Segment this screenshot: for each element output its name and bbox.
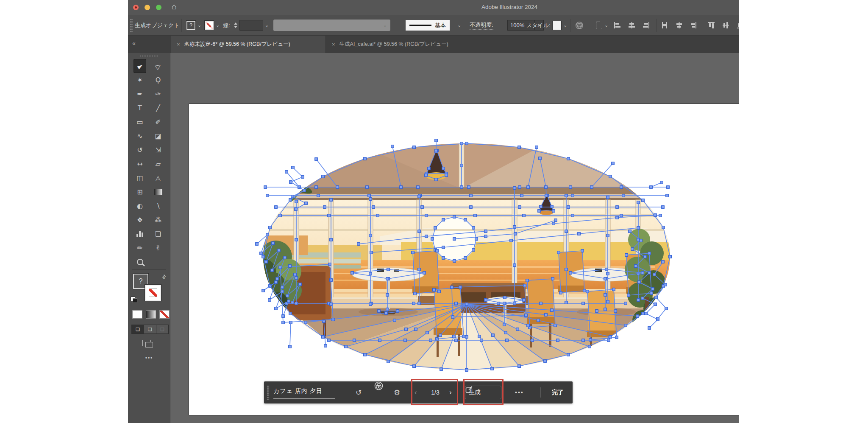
stroke-profile-chevron-icon[interactable]: ⌄ (457, 15, 461, 35)
fill-dropdown-chevron-icon[interactable]: ⌄ (198, 15, 201, 35)
contextual-task-bar[interactable]: カフェ 店内 夕日 ↺ ⚙ ‹ 1/3 › (264, 381, 573, 403)
tool-pen[interactable]: ✒ (134, 87, 146, 101)
tool-type[interactable]: T (134, 101, 146, 115)
tool-curvature[interactable]: ✑ (152, 87, 164, 101)
tool-paintbrush[interactable]: ✐ (152, 115, 164, 129)
prompt-input[interactable]: カフェ 店内 夕日 (273, 384, 335, 399)
align-middle-button[interactable] (722, 15, 729, 35)
tool-artboard[interactable]: ❏ (152, 227, 164, 241)
screen-mode-button[interactable] (142, 340, 151, 346)
tool-gradient[interactable] (152, 185, 164, 199)
titlebar-divider (205, 0, 205, 15)
tool-perspective-grid[interactable]: ◬ (152, 171, 164, 185)
document-tab-bar: « × 名称未設定-6* @ 59.56 % (RGB/プレビュー) × 生成A… (128, 36, 739, 53)
align-center-h-button[interactable] (628, 15, 635, 35)
align-left-icon (614, 22, 621, 29)
home-icon[interactable]: ⌂ (172, 2, 177, 11)
stroke-profile-dropdown[interactable]: 基本 (406, 20, 450, 31)
done-button[interactable]: 完了 (546, 381, 569, 403)
tool-eraser[interactable]: ◪ (152, 129, 164, 143)
opacity-label[interactable]: 不透明度: (470, 15, 493, 35)
minimize-window-button[interactable] (145, 5, 150, 10)
generated-cafe-artwork[interactable] (189, 104, 739, 415)
color-type-buttons (128, 310, 170, 319)
tool-shape-builder[interactable]: ◫ (134, 171, 146, 185)
document-chevron-icon[interactable]: ⌄ (604, 15, 608, 35)
tool-eyedropper[interactable]: ∖ (152, 199, 164, 213)
fill-color-swatch[interactable]: ? (186, 15, 195, 35)
stroke-weight-chevron-icon[interactable]: ⌄ (265, 15, 269, 35)
edit-toolbar-button[interactable]: ••• (128, 355, 170, 361)
tool-free-transform[interactable]: ▱ (152, 157, 164, 171)
tool-shaper[interactable]: ∿ (134, 129, 146, 143)
align-bottom-button[interactable] (737, 15, 739, 35)
tool-lasso[interactable]: Ϙ (152, 73, 164, 87)
generate-button[interactable]: 生成 (465, 386, 501, 399)
collapse-toolbar-icon[interactable]: « (132, 40, 135, 47)
tool-graph[interactable] (134, 227, 146, 241)
gradient-button[interactable] (146, 310, 156, 319)
draw-behind-button[interactable]: ❏ (144, 325, 156, 333)
tool-hand[interactable]: ✌ (152, 241, 164, 255)
stroke-dropdown-chevron-icon[interactable]: ⌄ (216, 15, 220, 35)
control-bar-divider (703, 19, 703, 32)
tool-pencil[interactable]: ✏ (134, 241, 146, 255)
tool-rotate[interactable]: ↺ (134, 143, 146, 157)
stroke-weight-stepper[interactable] (234, 15, 238, 35)
title-bar[interactable]: ⌂ Adobe Illustrator 2024 (128, 0, 739, 16)
style-label: スタイル: (526, 15, 551, 35)
tool-width[interactable]: ↔ (134, 157, 146, 171)
tool-mesh[interactable]: ⊞ (134, 185, 146, 199)
stroke-color-swatch[interactable] (205, 15, 214, 35)
tool-empty (152, 255, 164, 269)
task-bar-grip[interactable] (267, 385, 270, 400)
variation-prev-button[interactable]: ‹ (415, 381, 417, 403)
align-left-button[interactable] (614, 15, 621, 35)
control-bar-grip[interactable] (130, 19, 133, 32)
close-tab-icon[interactable]: × (332, 41, 335, 48)
tool-symbol-sprayer[interactable]: ⁂ (152, 213, 164, 227)
color-button[interactable] (132, 310, 142, 319)
gear-icon[interactable]: ⚙ (394, 381, 400, 403)
default-fill-stroke-icon[interactable] (131, 297, 137, 303)
retry-icon[interactable]: ↺ (356, 381, 362, 403)
tab-generated-ai-cafe[interactable]: × 生成AI_cafe.ai* @ 59.56 % (RGB/プレビュー) (326, 36, 496, 53)
tool-selection[interactable]: ► (134, 59, 146, 73)
swap-fill-stroke-icon[interactable]: ⇄ (161, 273, 168, 280)
tool-symbols[interactable]: ❖ (134, 213, 146, 227)
tab-untitled-6[interactable]: × 名称未設定-6* @ 59.56 % (RGB/プレビュー) (171, 36, 326, 53)
align-right-button[interactable] (643, 15, 650, 35)
stroke-weight-input[interactable] (239, 20, 263, 31)
draw-normal-button[interactable]: ❏ (132, 325, 144, 333)
none-button[interactable] (159, 310, 170, 319)
draw-inside-button: ❏ (156, 325, 168, 333)
opacity-label-text: 不透明度: (470, 21, 493, 30)
tool-rectangle[interactable]: ▭ (134, 115, 146, 129)
align-top-button[interactable] (708, 15, 715, 35)
canvas-pasteboard[interactable]: カフェ 店内 夕日 ↺ ⚙ ‹ 1/3 › (170, 53, 739, 423)
artboard[interactable]: カフェ 店内 夕日 ↺ ⚙ ‹ 1/3 › (189, 104, 739, 415)
style-swatch[interactable] (552, 15, 562, 35)
control-bar-divider (570, 19, 570, 32)
more-options-button[interactable]: ••• (515, 381, 524, 403)
style-chevron-icon[interactable]: ⌄ (563, 15, 567, 35)
variation-next-button[interactable]: › (449, 381, 452, 403)
close-tab-icon[interactable]: × (177, 41, 180, 48)
document-setup-button[interactable] (596, 15, 602, 35)
distribute-center-button[interactable] (676, 15, 683, 35)
tool-direct-selection[interactable]: ▷ (152, 59, 164, 73)
recolor-artwork-button[interactable] (575, 15, 584, 35)
tool-magic-wand[interactable]: ✶ (134, 73, 146, 87)
stroke-proxy-swatch[interactable] (145, 285, 161, 301)
close-window-button[interactable] (133, 5, 139, 10)
context-label: 生成オブジェクト (135, 15, 180, 35)
tool-scale[interactable]: ⇲ (152, 143, 164, 157)
generate-icon (465, 386, 473, 393)
tool-blend[interactable]: ◐ (134, 199, 146, 213)
zoom-window-button[interactable] (156, 5, 161, 10)
tool-line-segment[interactable]: ╱ (152, 101, 164, 115)
distribute-right-button[interactable] (690, 15, 697, 35)
tool-zoom[interactable] (134, 255, 146, 269)
tools-panel-grip[interactable] (140, 55, 159, 57)
distribute-left-button[interactable] (661, 15, 668, 35)
